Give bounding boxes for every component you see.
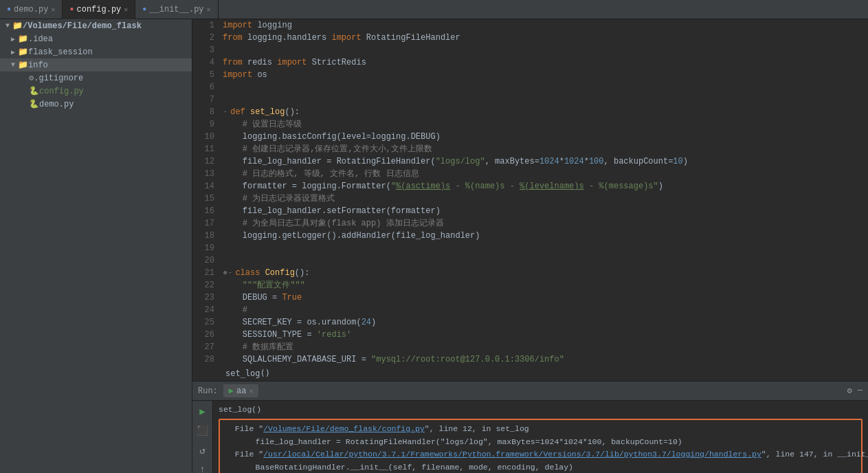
- code-table: 1 import logging 2 from logging.handlers…: [192, 19, 868, 366]
- line-content[interactable]: SESSION_TYPE = 'redis': [220, 329, 868, 341]
- sidebar-item-config-py[interactable]: 🐍 config.py: [0, 85, 192, 98]
- run-tab-label: aa: [236, 386, 246, 396]
- close-icon[interactable]: ✕: [124, 6, 128, 14]
- file-link[interactable]: /usr/local/Cellar/python/3.7.1/Framework…: [263, 450, 761, 459]
- line-content[interactable]: DEBUG = True: [220, 292, 868, 304]
- table-row: 11 # 创建日志记录器,保存位置,文件大小,文件上限数: [192, 143, 868, 155]
- tab-init-py[interactable]: ● __init__.py ✕: [135, 0, 218, 19]
- output-line: File "/usr/local/Cellar/python/3.7.1/Fra…: [225, 448, 856, 461]
- line-content[interactable]: -def set_log():: [220, 106, 868, 118]
- main-area: ▼ 📁 /Volumes/File/demo_flask ▶ 📁 .idea ▶…: [0, 19, 868, 473]
- output-line: File "/Volumes/File/demo_flask/config.py…: [225, 423, 856, 435]
- app-root: ● demo.py ✕ ● config.py ✕ ● __init__.py …: [0, 0, 868, 473]
- py-icon: ●: [7, 6, 11, 13]
- stop-button[interactable]: ⬛: [194, 423, 211, 438]
- close-icon[interactable]: ✕: [207, 6, 211, 14]
- line-content[interactable]: [220, 254, 868, 267]
- line-number: 2: [192, 32, 220, 44]
- table-row: 21 ●-class Config():: [192, 267, 868, 279]
- table-row: 10 logging.basicConfig(level=logging.DEB…: [192, 131, 868, 143]
- run-panel-header: Run: ▶ aa ✕ ⚙ —: [192, 382, 868, 401]
- line-number: 10: [192, 131, 220, 143]
- line-content[interactable]: # 设置日志等级: [220, 118, 868, 131]
- line-content[interactable]: from redis import StrictRedis: [220, 56, 868, 69]
- sidebar-item-demo-py[interactable]: 🐍 demo.py: [0, 98, 192, 111]
- line-number: 1: [192, 19, 220, 32]
- folder-icon: 📁: [18, 47, 28, 57]
- line-number: 23: [192, 292, 220, 304]
- run-button[interactable]: ▶: [194, 404, 211, 419]
- folder-icon: 📁: [18, 34, 28, 44]
- set-log-call: set_log(): [192, 366, 868, 381]
- line-content[interactable]: SECRET_KEY = os.urandom(24): [220, 316, 868, 329]
- table-row: 8 -def set_log():: [192, 106, 868, 118]
- code-container[interactable]: 1 import logging 2 from logging.handlers…: [192, 19, 868, 381]
- line-content[interactable]: formatter = logging.Formatter("%(asctime…: [220, 180, 868, 192]
- sidebar-root-folder[interactable]: ▼ 📁 /Volumes/File/demo_flask: [0, 19, 192, 32]
- fold-icon[interactable]: -: [223, 107, 227, 117]
- line-content[interactable]: [220, 44, 868, 56]
- line-content[interactable]: ●-class Config():: [220, 267, 868, 279]
- file-link[interactable]: /Volumes/File/demo_flask/config.py: [263, 424, 425, 433]
- error-traceback-box: File "/Volumes/File/demo_flask/config.py…: [219, 419, 863, 473]
- run-tab-close[interactable]: ✕: [249, 387, 253, 395]
- folder-icon: 📁: [12, 21, 23, 31]
- sidebar: ▼ 📁 /Volumes/File/demo_flask ▶ 📁 .idea ▶…: [0, 19, 192, 473]
- rerun-button[interactable]: ↺: [194, 443, 211, 458]
- table-row: 6: [192, 81, 868, 94]
- line-content[interactable]: # 为全局日志工具对象(flask app) 添加日志记录器: [220, 217, 868, 230]
- line-number: 11: [192, 143, 220, 155]
- line-content[interactable]: """配置文件""": [220, 279, 868, 292]
- run-tab-aa[interactable]: ▶ aa ✕: [223, 384, 259, 397]
- line-content[interactable]: [220, 81, 868, 94]
- line-content[interactable]: # 为日志记录器设置格式: [220, 192, 868, 205]
- line-content[interactable]: [220, 242, 868, 254]
- line-number: 14: [192, 180, 220, 192]
- sidebar-item-idea[interactable]: ▶ 📁 .idea: [0, 32, 192, 45]
- py-file-icon: 🐍: [29, 99, 39, 109]
- sidebar-item-gitignore[interactable]: ⚙ .gitignore: [0, 72, 192, 85]
- close-icon[interactable]: ✕: [51, 6, 55, 14]
- py-icon: ●: [142, 6, 146, 13]
- table-row: 22 """配置文件""": [192, 279, 868, 292]
- line-number: 9: [192, 118, 220, 131]
- line-content[interactable]: from logging.handlers import RotatingFil…: [220, 32, 868, 44]
- tabs-bar: ● demo.py ✕ ● config.py ✕ ● __init__.py …: [0, 0, 868, 19]
- line-content[interactable]: import os: [220, 69, 868, 81]
- line-content[interactable]: file_log_handler.setFormatter(formatter): [220, 205, 868, 217]
- line-content[interactable]: # 日志的格式, 等级, 文件名, 行数 日志信息: [220, 168, 868, 180]
- line-content[interactable]: logging.basicConfig(level=logging.DEBUG): [220, 131, 868, 143]
- line-content[interactable]: import logging: [220, 19, 868, 32]
- tab-config-py[interactable]: ● config.py ✕: [63, 0, 135, 19]
- item-label: .idea: [28, 34, 53, 44]
- table-row: 28 SQLALCHEMY_DATABASE_URI = "mysql://ro…: [192, 353, 868, 366]
- line-content[interactable]: # 创建日志记录器,保存位置,文件大小,文件上限数: [220, 143, 868, 155]
- line-content[interactable]: #: [220, 304, 868, 316]
- line-number: 24: [192, 304, 220, 316]
- line-number: 25: [192, 316, 220, 329]
- sidebar-item-info[interactable]: ▼ 📁 info: [0, 58, 192, 72]
- table-row: 14 formatter = logging.Formatter("%(asct…: [192, 180, 868, 192]
- line-content[interactable]: [220, 94, 868, 106]
- minimize-icon[interactable]: —: [858, 386, 863, 396]
- editor-area: 1 import logging 2 from logging.handlers…: [192, 19, 868, 473]
- tab-demo-py[interactable]: ● demo.py ✕: [0, 0, 63, 19]
- scroll-up-button[interactable]: ↑: [194, 462, 211, 473]
- line-number: 5: [192, 69, 220, 81]
- line-content[interactable]: # 数据库配置: [220, 341, 868, 353]
- table-row: 19: [192, 242, 868, 254]
- line-content[interactable]: SQLALCHEMY_DATABASE_URI = "mysql://root:…: [220, 353, 868, 366]
- sidebar-item-flask-session[interactable]: ▶ 📁 flask_session: [0, 45, 192, 58]
- run-side-toolbar: ▶ ⬛ ↺ ↑ ↓ ⏸ ≡: [192, 401, 213, 473]
- table-row: 3: [192, 44, 868, 56]
- table-row: 18 logging.getLogger().addHandler(file_l…: [192, 230, 868, 242]
- line-content[interactable]: logging.getLogger().addHandler(file_log_…: [220, 230, 868, 242]
- line-number: 6: [192, 81, 220, 94]
- tab-label: __init__.py: [149, 5, 203, 14]
- settings-icon[interactable]: ⚙: [847, 386, 852, 396]
- item-label: config.py: [39, 87, 84, 96]
- output-line: BaseRotatingHandler.__init__(self, filen…: [225, 461, 856, 473]
- line-number: 3: [192, 44, 220, 56]
- fold-icon[interactable]: -: [227, 268, 232, 278]
- line-content[interactable]: file_log_handler = RotatingFileHandler("…: [220, 155, 868, 168]
